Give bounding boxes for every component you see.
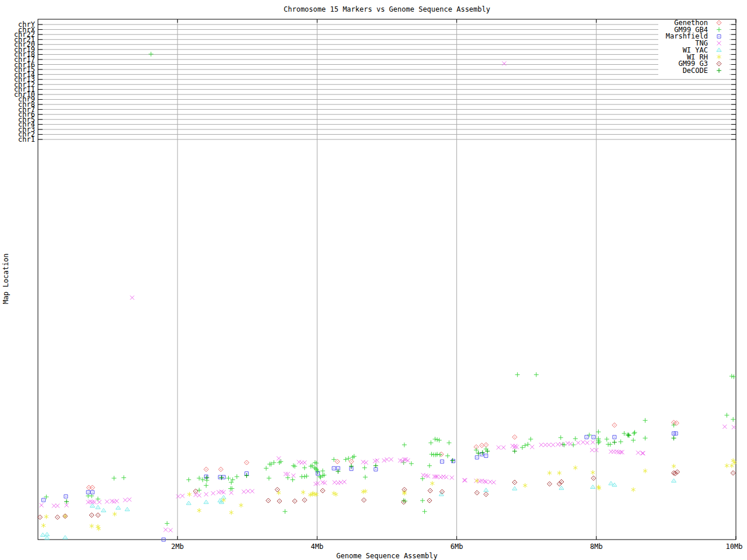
y-tick-label-chr1: chr1 (18, 135, 35, 144)
x-tick-label-4Mb: 4Mb (311, 542, 324, 551)
x-tick-label-2Mb: 2Mb (171, 542, 184, 551)
series-wi-rh-points (41, 458, 736, 531)
series-wi-yac-points (40, 479, 676, 540)
series-gm99-g3-points (38, 470, 736, 520)
x-tick-label-10Mb: 10Mb (726, 542, 743, 551)
series-marshfield-points (42, 432, 678, 541)
x-tick-label-8Mb: 8Mb (590, 542, 603, 551)
plot-border (38, 19, 736, 540)
y-axis-labels: chrYchrXchr22chr21chr20chr19chr18chr17ch… (14, 20, 36, 144)
legend-label-decode: DeCODE (683, 66, 708, 75)
gridlines (177, 19, 596, 540)
series-gm99-gb4-points (44, 52, 736, 526)
chromosome-markers-chart: 2Mb4Mb6Mb8Mb10MbchrYchrXchr22chr21chr20c… (0, 0, 747, 560)
x-axis-label: Genome Sequence Assembly (336, 552, 437, 560)
chromosome-lines (38, 24, 736, 139)
chart-canvas: 2Mb4Mb6Mb8Mb10MbchrYchrXchr22chr21chr20c… (0, 0, 747, 560)
x-tick-label-6Mb: 6Mb (451, 542, 463, 551)
series-genethon-points (86, 420, 679, 490)
chart-title: Chromosome 15 Markers vs Genome Sequence… (284, 5, 490, 13)
series-tng-points (39, 61, 735, 532)
y-axis-label: Map Location (2, 254, 10, 304)
